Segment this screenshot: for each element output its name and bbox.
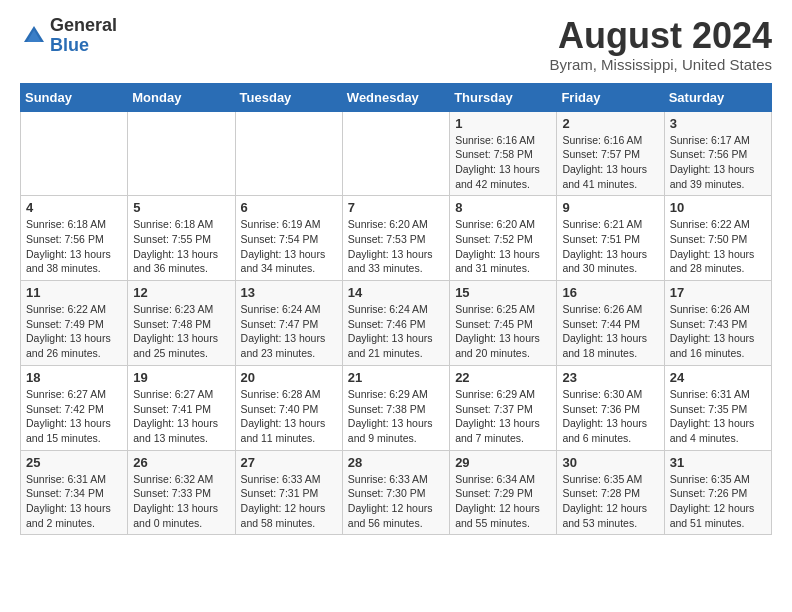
calendar-header: SundayMondayTuesdayWednesdayThursdayFrid…	[21, 83, 772, 111]
calendar-cell: 5Sunrise: 6:18 AMSunset: 7:55 PMDaylight…	[128, 196, 235, 281]
weekday-header-monday: Monday	[128, 83, 235, 111]
main-title: August 2024	[549, 16, 772, 56]
day-info: Sunrise: 6:29 AMSunset: 7:37 PMDaylight:…	[455, 387, 551, 446]
day-info: Sunrise: 6:30 AMSunset: 7:36 PMDaylight:…	[562, 387, 658, 446]
calendar-week-3: 11Sunrise: 6:22 AMSunset: 7:49 PMDayligh…	[21, 281, 772, 366]
logo-blue: Blue	[50, 36, 117, 56]
day-info: Sunrise: 6:33 AMSunset: 7:30 PMDaylight:…	[348, 472, 444, 531]
weekday-header-wednesday: Wednesday	[342, 83, 449, 111]
day-number: 23	[562, 370, 658, 385]
day-number: 16	[562, 285, 658, 300]
calendar-cell: 11Sunrise: 6:22 AMSunset: 7:49 PMDayligh…	[21, 281, 128, 366]
day-number: 28	[348, 455, 444, 470]
logo: General Blue	[20, 16, 117, 56]
weekday-header-sunday: Sunday	[21, 83, 128, 111]
day-number: 20	[241, 370, 337, 385]
calendar-body: 1Sunrise: 6:16 AMSunset: 7:58 PMDaylight…	[21, 111, 772, 535]
calendar-cell: 12Sunrise: 6:23 AMSunset: 7:48 PMDayligh…	[128, 281, 235, 366]
day-number: 19	[133, 370, 229, 385]
day-info: Sunrise: 6:17 AMSunset: 7:56 PMDaylight:…	[670, 133, 766, 192]
calendar-cell	[128, 111, 235, 196]
day-info: Sunrise: 6:31 AMSunset: 7:34 PMDaylight:…	[26, 472, 122, 531]
calendar-cell: 2Sunrise: 6:16 AMSunset: 7:57 PMDaylight…	[557, 111, 664, 196]
calendar-cell: 22Sunrise: 6:29 AMSunset: 7:37 PMDayligh…	[450, 365, 557, 450]
day-info: Sunrise: 6:18 AMSunset: 7:56 PMDaylight:…	[26, 217, 122, 276]
weekday-header-tuesday: Tuesday	[235, 83, 342, 111]
day-info: Sunrise: 6:31 AMSunset: 7:35 PMDaylight:…	[670, 387, 766, 446]
calendar-cell: 4Sunrise: 6:18 AMSunset: 7:56 PMDaylight…	[21, 196, 128, 281]
day-number: 4	[26, 200, 122, 215]
calendar-cell: 3Sunrise: 6:17 AMSunset: 7:56 PMDaylight…	[664, 111, 771, 196]
calendar-week-4: 18Sunrise: 6:27 AMSunset: 7:42 PMDayligh…	[21, 365, 772, 450]
day-number: 2	[562, 116, 658, 131]
calendar-cell: 29Sunrise: 6:34 AMSunset: 7:29 PMDayligh…	[450, 450, 557, 535]
day-number: 5	[133, 200, 229, 215]
day-number: 10	[670, 200, 766, 215]
day-number: 7	[348, 200, 444, 215]
day-info: Sunrise: 6:32 AMSunset: 7:33 PMDaylight:…	[133, 472, 229, 531]
day-number: 9	[562, 200, 658, 215]
day-info: Sunrise: 6:33 AMSunset: 7:31 PMDaylight:…	[241, 472, 337, 531]
calendar-cell: 26Sunrise: 6:32 AMSunset: 7:33 PMDayligh…	[128, 450, 235, 535]
day-number: 27	[241, 455, 337, 470]
calendar-week-1: 1Sunrise: 6:16 AMSunset: 7:58 PMDaylight…	[21, 111, 772, 196]
logo-icon	[20, 22, 48, 50]
day-info: Sunrise: 6:20 AMSunset: 7:52 PMDaylight:…	[455, 217, 551, 276]
calendar-cell: 21Sunrise: 6:29 AMSunset: 7:38 PMDayligh…	[342, 365, 449, 450]
day-info: Sunrise: 6:16 AMSunset: 7:57 PMDaylight:…	[562, 133, 658, 192]
calendar-cell: 18Sunrise: 6:27 AMSunset: 7:42 PMDayligh…	[21, 365, 128, 450]
calendar-cell: 31Sunrise: 6:35 AMSunset: 7:26 PMDayligh…	[664, 450, 771, 535]
day-info: Sunrise: 6:24 AMSunset: 7:46 PMDaylight:…	[348, 302, 444, 361]
day-number: 15	[455, 285, 551, 300]
calendar-cell: 20Sunrise: 6:28 AMSunset: 7:40 PMDayligh…	[235, 365, 342, 450]
weekday-row: SundayMondayTuesdayWednesdayThursdayFrid…	[21, 83, 772, 111]
day-number: 12	[133, 285, 229, 300]
day-info: Sunrise: 6:26 AMSunset: 7:44 PMDaylight:…	[562, 302, 658, 361]
calendar-cell: 30Sunrise: 6:35 AMSunset: 7:28 PMDayligh…	[557, 450, 664, 535]
day-number: 11	[26, 285, 122, 300]
day-info: Sunrise: 6:23 AMSunset: 7:48 PMDaylight:…	[133, 302, 229, 361]
calendar-cell: 23Sunrise: 6:30 AMSunset: 7:36 PMDayligh…	[557, 365, 664, 450]
day-info: Sunrise: 6:27 AMSunset: 7:41 PMDaylight:…	[133, 387, 229, 446]
day-number: 13	[241, 285, 337, 300]
day-info: Sunrise: 6:29 AMSunset: 7:38 PMDaylight:…	[348, 387, 444, 446]
calendar-cell: 28Sunrise: 6:33 AMSunset: 7:30 PMDayligh…	[342, 450, 449, 535]
day-info: Sunrise: 6:18 AMSunset: 7:55 PMDaylight:…	[133, 217, 229, 276]
calendar-cell	[342, 111, 449, 196]
logo-text: General Blue	[50, 16, 117, 56]
day-info: Sunrise: 6:26 AMSunset: 7:43 PMDaylight:…	[670, 302, 766, 361]
calendar-cell: 17Sunrise: 6:26 AMSunset: 7:43 PMDayligh…	[664, 281, 771, 366]
subtitle: Byram, Mississippi, United States	[549, 56, 772, 73]
day-number: 1	[455, 116, 551, 131]
calendar-table: SundayMondayTuesdayWednesdayThursdayFrid…	[20, 83, 772, 536]
calendar-week-5: 25Sunrise: 6:31 AMSunset: 7:34 PMDayligh…	[21, 450, 772, 535]
day-number: 26	[133, 455, 229, 470]
day-info: Sunrise: 6:22 AMSunset: 7:49 PMDaylight:…	[26, 302, 122, 361]
day-number: 6	[241, 200, 337, 215]
day-info: Sunrise: 6:21 AMSunset: 7:51 PMDaylight:…	[562, 217, 658, 276]
logo-general: General	[50, 16, 117, 36]
day-number: 3	[670, 116, 766, 131]
calendar-cell: 8Sunrise: 6:20 AMSunset: 7:52 PMDaylight…	[450, 196, 557, 281]
calendar-cell: 16Sunrise: 6:26 AMSunset: 7:44 PMDayligh…	[557, 281, 664, 366]
day-number: 29	[455, 455, 551, 470]
day-number: 14	[348, 285, 444, 300]
day-number: 31	[670, 455, 766, 470]
calendar-cell: 7Sunrise: 6:20 AMSunset: 7:53 PMDaylight…	[342, 196, 449, 281]
calendar-cell: 14Sunrise: 6:24 AMSunset: 7:46 PMDayligh…	[342, 281, 449, 366]
calendar-cell: 6Sunrise: 6:19 AMSunset: 7:54 PMDaylight…	[235, 196, 342, 281]
day-info: Sunrise: 6:35 AMSunset: 7:28 PMDaylight:…	[562, 472, 658, 531]
weekday-header-friday: Friday	[557, 83, 664, 111]
day-info: Sunrise: 6:35 AMSunset: 7:26 PMDaylight:…	[670, 472, 766, 531]
day-info: Sunrise: 6:19 AMSunset: 7:54 PMDaylight:…	[241, 217, 337, 276]
day-number: 18	[26, 370, 122, 385]
calendar-cell: 15Sunrise: 6:25 AMSunset: 7:45 PMDayligh…	[450, 281, 557, 366]
title-area: August 2024 Byram, Mississippi, United S…	[549, 16, 772, 73]
calendar-cell: 13Sunrise: 6:24 AMSunset: 7:47 PMDayligh…	[235, 281, 342, 366]
day-info: Sunrise: 6:22 AMSunset: 7:50 PMDaylight:…	[670, 217, 766, 276]
day-info: Sunrise: 6:34 AMSunset: 7:29 PMDaylight:…	[455, 472, 551, 531]
day-number: 17	[670, 285, 766, 300]
calendar-cell	[235, 111, 342, 196]
day-number: 21	[348, 370, 444, 385]
calendar-cell: 10Sunrise: 6:22 AMSunset: 7:50 PMDayligh…	[664, 196, 771, 281]
